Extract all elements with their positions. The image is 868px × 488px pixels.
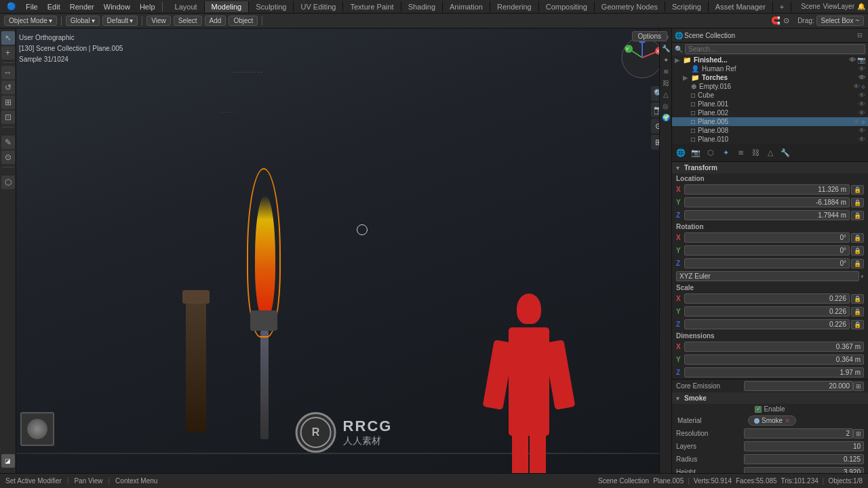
properties-particle-icon[interactable]: ✦ — [660, 54, 671, 65]
overlay-btn[interactable]: ◪ — [1, 454, 15, 468]
dim-x-value[interactable]: 0.367 m — [684, 342, 864, 352]
edit-menu[interactable]: Edit — [43, 1, 64, 12]
smoke-header[interactable]: ▾ Smoke — [672, 392, 868, 404]
smoke-height-value[interactable]: 3.920 — [744, 467, 864, 473]
rot-z-value[interactable]: 0° — [684, 258, 850, 268]
vis-icon-finished[interactable]: 👁 — [849, 56, 856, 64]
orientation-dropdown[interactable]: Object Mode ▾ — [4, 16, 57, 26]
outliner-item-plane001[interactable]: □ Plane.001 👁 — [672, 100, 868, 108]
tab-sculpting[interactable]: Sculpting — [249, 1, 294, 12]
properties-world-icon[interactable]: 🌍 — [660, 112, 671, 123]
file-menu[interactable]: File — [22, 1, 42, 12]
rotate-tool[interactable]: ↺ — [1, 81, 15, 94]
default-dropdown[interactable]: Default ▾ — [102, 16, 138, 26]
outliner-item-humanref[interactable]: 👤 Human Ref 👁 — [672, 64, 868, 73]
select-box-dropdown[interactable]: Select Box ~ — [816, 16, 864, 26]
tab-uv-editing[interactable]: UV Editing — [294, 1, 343, 12]
dim-z-value[interactable]: 1.97 m — [684, 367, 864, 378]
smoke-material-chip[interactable]: Smoke ✕ — [748, 415, 796, 426]
vis-icon-plane001[interactable]: 👁 — [859, 100, 865, 108]
prop-particle-icon[interactable]: ✦ — [718, 145, 733, 160]
outliner-item-torches[interactable]: ▶ 📁 Torches 👁 — [672, 73, 868, 82]
smoke-resolution-btn[interactable]: ⊞ — [853, 429, 864, 439]
loc-x-lock[interactable]: 🔒 — [851, 185, 864, 195]
vis-icon-plane002[interactable]: 👁 — [859, 109, 865, 117]
measure-tool[interactable]: ⊙ — [1, 150, 15, 164]
properties-physics-icon[interactable]: ≋ — [660, 66, 671, 77]
transform-tool[interactable]: ⊡ — [1, 110, 15, 124]
tab-layout[interactable]: Layout — [168, 1, 205, 12]
prop-constraint-icon[interactable]: ⛓ — [748, 145, 763, 160]
viewport-3d[interactable]: · · · · · · · · · · · · · · · · X Y Z — [16, 28, 671, 473]
dim-y-value[interactable]: 0.364 m — [684, 354, 864, 365]
outliner-item-cube[interactable]: □ Cube 👁 — [672, 91, 868, 100]
add-tool[interactable]: ⬡ — [1, 176, 15, 189]
global-dropdown[interactable]: Global ▾ — [66, 16, 100, 26]
tab-asset-manager[interactable]: Asset Manager — [709, 1, 773, 12]
vis-icon-cube[interactable]: 👁 — [859, 92, 865, 99]
tab-scripting[interactable]: Scripting — [665, 1, 709, 12]
rotation-mode-select[interactable]: XYZ Euler — [676, 271, 859, 281]
outliner-item-empty016[interactable]: ⊕ Empty.016 👁 ⟐ — [672, 82, 868, 91]
help-menu[interactable]: Help — [136, 1, 159, 12]
smoke-material-remove[interactable]: ✕ — [785, 417, 790, 424]
vis-icon-torches[interactable]: 👁 — [859, 74, 865, 81]
prop-modifier-icon[interactable]: 🔧 — [778, 145, 793, 160]
smoke-resolution-value[interactable]: 2 — [744, 428, 853, 439]
tab-animation[interactable]: Animation — [443, 1, 490, 12]
loc-x-value[interactable]: 11.326 m — [684, 184, 850, 195]
outliner-search-input[interactable] — [685, 44, 865, 54]
loc-z-value[interactable]: 1.7944 m — [684, 210, 850, 220]
vis-icon-plane010[interactable]: 👁 — [859, 136, 865, 143]
tab-geometry-nodes[interactable]: Geometry Nodes — [595, 1, 665, 12]
outliner-filter-btn[interactable]: ⊟ — [854, 30, 865, 41]
object-menu-btn[interactable]: Object — [229, 16, 258, 26]
scene-selector[interactable]: Scene — [801, 3, 820, 10]
tab-add[interactable]: + — [773, 1, 791, 12]
properties-modifier-icon[interactable]: 🔧 — [660, 43, 671, 54]
render-menu[interactable]: Render — [66, 1, 98, 12]
blender-menu[interactable]: 🔵 — [3, 1, 20, 12]
move-tool[interactable]: ↔ — [1, 66, 15, 79]
properties-data-icon[interactable]: △ — [660, 89, 671, 100]
outliner-item-plane008[interactable]: □ Plane.008 👁 — [672, 126, 868, 135]
tab-compositing[interactable]: Compositing — [539, 1, 595, 12]
prop-output-icon[interactable]: ⬡ — [703, 145, 718, 160]
outliner-item-plane002[interactable]: □ Plane.002 👁 — [672, 108, 868, 117]
scale-x-lock[interactable]: 🔒 — [851, 294, 864, 304]
loc-z-lock[interactable]: 🔒 — [851, 211, 864, 220]
scale-z-value[interactable]: 0.226 — [684, 319, 850, 329]
rot-y-lock[interactable]: 🔒 — [851, 246, 864, 256]
rot-x-value[interactable]: 0° — [684, 232, 850, 243]
scale-tool[interactable]: ⊞ — [1, 96, 15, 109]
smoke-radius-value[interactable]: 0.125 — [744, 454, 864, 464]
vis-icon-humanref[interactable]: 👁 — [859, 65, 865, 73]
tab-rendering[interactable]: Rendering — [490, 1, 539, 12]
tab-texture-paint[interactable]: Texture Paint — [343, 1, 401, 12]
window-menu[interactable]: Window — [100, 1, 134, 12]
transform-header[interactable]: ▾ Transform — [672, 162, 868, 174]
vis-icon-empty016[interactable]: 👁 — [853, 83, 860, 90]
core-emission-pre-btn[interactable]: ⊞ — [853, 382, 864, 391]
vis-icon-plane005[interactable]: 👁 — [853, 118, 860, 125]
tab-shading[interactable]: Shading — [401, 1, 443, 12]
properties-material-icon[interactable]: ◎ — [660, 100, 671, 111]
core-emission-pre-value[interactable]: 20.000 — [744, 381, 853, 391]
outliner-item-plane010[interactable]: □ Plane.010 👁 — [672, 135, 868, 144]
select-menu-btn[interactable]: Select — [174, 16, 202, 26]
outliner-item-finished[interactable]: ▶ 📁 Finished... 👁 📷 — [672, 56, 868, 64]
scale-y-value[interactable]: 0.226 — [684, 306, 850, 317]
scale-y-lock[interactable]: 🔒 — [851, 307, 864, 317]
rot-z-lock[interactable]: 🔒 — [851, 259, 864, 268]
tab-modeling[interactable]: Modeling — [205, 1, 250, 12]
outliner-item-plane005[interactable]: □ Plane.005 👁 ⟐ — [672, 117, 868, 126]
viewport-options-btn[interactable]: Options — [632, 31, 667, 41]
smoke-enable-checkbox[interactable] — [755, 406, 762, 413]
vis-icon-plane008[interactable]: 👁 — [859, 127, 865, 134]
scale-x-value[interactable]: 0.226 — [684, 293, 850, 304]
prop-render-icon[interactable]: 📷 — [688, 145, 703, 160]
annotate-tool[interactable]: ✎ — [1, 136, 15, 149]
viewlayer-selector[interactable]: ViewLayer — [823, 3, 854, 10]
select-tool[interactable]: ↖ — [1, 31, 15, 45]
proportional-edit-icon[interactable]: ⊙ — [783, 16, 789, 25]
